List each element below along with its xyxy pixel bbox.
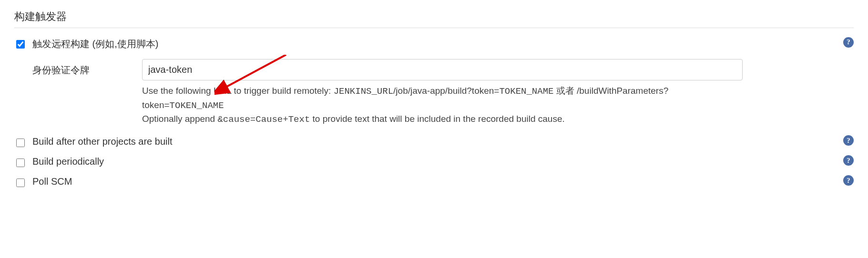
help-icon[interactable]: ? xyxy=(843,175,854,186)
help-icon[interactable]: ? xyxy=(843,135,854,146)
token-input[interactable] xyxy=(142,59,743,80)
trigger-remote-checkbox[interactable] xyxy=(16,40,25,49)
trigger-periodic-checkbox[interactable] xyxy=(16,159,25,167)
help-icon[interactable]: ? xyxy=(843,37,854,48)
trigger-remote-label: 触发远程构建 (例如,使用脚本) xyxy=(32,37,158,50)
trigger-poll-scm-row: Poll SCM ? xyxy=(14,175,854,189)
trigger-poll-scm-label: Poll SCM xyxy=(32,175,72,187)
trigger-build-after-checkbox[interactable] xyxy=(16,139,25,147)
trigger-periodic-label: Build periodically xyxy=(32,155,104,167)
trigger-build-after-label: Build after other projects are built xyxy=(32,135,173,147)
token-label: 身份验证令牌 xyxy=(14,59,142,77)
trigger-remote-row: 触发远程构建 (例如,使用脚本) ? 身份验证令牌 Use the follow… xyxy=(14,37,854,129)
section-title: 构建触发器 xyxy=(14,10,854,28)
trigger-periodic-row: Build periodically ? xyxy=(14,155,854,169)
token-help-text: Use the following URL to trigger build r… xyxy=(142,84,743,127)
help-icon[interactable]: ? xyxy=(843,155,854,166)
trigger-poll-scm-checkbox[interactable] xyxy=(16,179,25,187)
trigger-build-after-row: Build after other projects are built ? xyxy=(14,135,854,149)
